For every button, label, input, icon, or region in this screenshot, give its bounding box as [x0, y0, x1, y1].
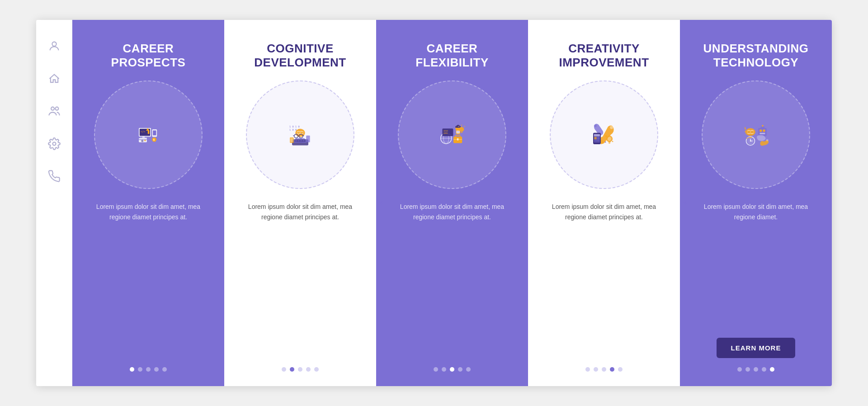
illustration-understanding-technology: [702, 80, 810, 189]
card-desc-career-prospects: Lorem ipsum dolor sit dim amet, mea regi…: [90, 202, 207, 358]
arrow-sep-3: »: [531, 197, 536, 209]
dot-5: [162, 367, 167, 372]
svg-rect-62: [461, 132, 463, 133]
svg-line-61: [464, 126, 465, 127]
svg-rect-43: [457, 131, 460, 133]
svg-point-76: [605, 136, 607, 137]
dot-2: [594, 367, 598, 372]
card-desc-creativity-improvement: Lorem ipsum dolor sit dim amet, mea regi…: [545, 202, 663, 358]
svg-rect-84: [760, 133, 765, 134]
illustration-career-prospects: </> $: [94, 80, 203, 189]
svg-rect-85: [761, 127, 764, 129]
svg-rect-68: [594, 134, 600, 137]
dot-2: [290, 367, 294, 372]
svg-rect-54: [457, 138, 459, 141]
svg-text:</>: </>: [141, 131, 145, 133]
dot-2: [442, 367, 446, 372]
svg-point-86: [762, 125, 764, 127]
user-icon[interactable]: [46, 38, 62, 54]
svg-point-78: [605, 142, 606, 142]
card-understanding-technology: UNDERSTANDING TECHNOLOGY: [680, 20, 832, 386]
dot-5: [618, 367, 623, 372]
dot-1: [130, 367, 134, 372]
card-cognitive-development: COGNITIVE DEVELOPMENT 1 0 1 0 1 0 0 1: [224, 20, 376, 386]
learn-more-button[interactable]: LEARN MORE: [717, 338, 796, 358]
arrow-sep-1: »: [227, 197, 232, 209]
svg-rect-82: [760, 130, 762, 132]
arrow-sep-2: »: [379, 197, 384, 209]
card-title-cognitive-development: COGNITIVE DEVELOPMENT: [239, 42, 362, 70]
card-title-creativity-improvement: CREATIVITY IMPROVEMENT: [542, 42, 665, 70]
svg-marker-42: [455, 125, 461, 127]
svg-rect-41: [455, 127, 461, 128]
svg-point-92: [750, 141, 751, 142]
cards-container: CAREER PROSPECTS </>: [72, 20, 832, 386]
card-title-career-prospects: CAREER PROSPECTS: [87, 42, 210, 70]
svg-rect-25: [295, 140, 297, 141]
svg-rect-33: [306, 136, 310, 142]
arrow-sep-4: »: [683, 197, 688, 209]
card-desc-career-flexibility: Lorem ipsum dolor sit dim amet, mea regi…: [393, 202, 511, 358]
settings-icon[interactable]: [46, 136, 62, 152]
svg-point-77: [612, 141, 613, 142]
dot-5: [466, 367, 471, 372]
svg-rect-27: [300, 140, 302, 141]
svg-rect-81: [758, 128, 767, 136]
dot-3: [298, 367, 302, 372]
svg-rect-32: [290, 138, 293, 142]
svg-point-73: [608, 137, 611, 141]
svg-point-64: [610, 126, 613, 129]
dot-4: [154, 367, 159, 372]
illustration-career-flexibility: 1010 1001: [398, 80, 506, 189]
home-icon[interactable]: [46, 71, 62, 87]
svg-rect-83: [763, 130, 765, 132]
sidebar: [36, 20, 72, 386]
dots-understanding-technology: [737, 358, 774, 372]
dot-1: [434, 367, 438, 372]
svg-point-58: [459, 127, 464, 132]
card-creativity-improvement: CREATIVITY IMPROVEMENT: [528, 20, 680, 386]
card-title-understanding-technology: UNDERSTANDING TECHNOLOGY: [694, 42, 817, 70]
svg-point-79: [745, 128, 755, 136]
dot-1: [282, 367, 286, 372]
card-career-flexibility: CAREER FLEXIBILITY: [376, 20, 528, 386]
dot-4: [610, 367, 614, 372]
svg-text:1 0 1 0: 1 0 1 0: [289, 125, 300, 128]
dot-3: [450, 367, 454, 372]
svg-rect-10: [153, 131, 156, 136]
dot-5: [770, 367, 774, 372]
svg-rect-28: [302, 140, 304, 141]
dot-4: [458, 367, 462, 372]
dot-4: [762, 367, 766, 372]
main-container: CAREER PROSPECTS </>: [36, 20, 832, 386]
svg-rect-71: [594, 140, 599, 141]
dot-1: [737, 367, 742, 372]
dot-3: [602, 367, 606, 372]
svg-point-0: [52, 42, 56, 46]
phone-icon[interactable]: [46, 168, 62, 184]
dot-5: [314, 367, 319, 372]
illustration-creativity-improvement: [550, 80, 658, 189]
svg-text:1001: 1001: [443, 132, 448, 135]
card-career-prospects: CAREER PROSPECTS </>: [72, 20, 224, 386]
dot-2: [745, 367, 750, 372]
people-icon[interactable]: [46, 103, 62, 119]
dots-career-prospects: [130, 358, 167, 372]
svg-rect-70: [597, 137, 599, 139]
card-desc-understanding-technology: Lorem ipsum dolor sit dim amet, mea regi…: [697, 202, 815, 330]
svg-rect-30: [294, 142, 307, 143]
svg-point-87: [766, 139, 769, 142]
svg-rect-69: [594, 137, 596, 139]
illustration-cognitive-development: 1 0 1 0 1 0 0 1: [246, 80, 354, 189]
dots-creativity-improvement: [585, 358, 623, 372]
svg-point-1: [51, 107, 54, 110]
card-title-career-flexibility: CAREER FLEXIBILITY: [391, 42, 514, 70]
dots-career-flexibility: [434, 358, 471, 372]
svg-rect-26: [298, 140, 300, 141]
svg-rect-7: [142, 137, 145, 138]
dot-3: [146, 367, 151, 372]
card-desc-cognitive-development: Lorem ipsum dolor sit dim amet, mea regi…: [241, 202, 359, 358]
dot-2: [138, 367, 142, 372]
dot-3: [754, 367, 758, 372]
svg-point-3: [52, 142, 56, 146]
